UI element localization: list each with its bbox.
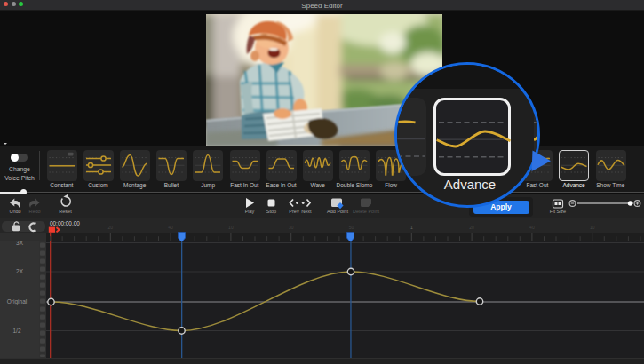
- svg-text:2X: 2X: [16, 268, 24, 274]
- svg-text:Original: Original: [7, 298, 28, 305]
- svg-text:40: 40: [168, 225, 173, 230]
- svg-text:40: 40: [529, 225, 535, 230]
- svg-text:50: 50: [349, 225, 354, 230]
- svg-text:30: 30: [289, 225, 294, 230]
- svg-text:20: 20: [469, 225, 474, 230]
- svg-text:3X: 3X: [16, 241, 24, 246]
- svg-text:10: 10: [228, 225, 234, 230]
- svg-text:20: 20: [108, 225, 114, 230]
- svg-text:1/2: 1/2: [12, 328, 20, 334]
- svg-text:1: 1: [410, 225, 413, 230]
- svg-text:10: 10: [590, 225, 595, 230]
